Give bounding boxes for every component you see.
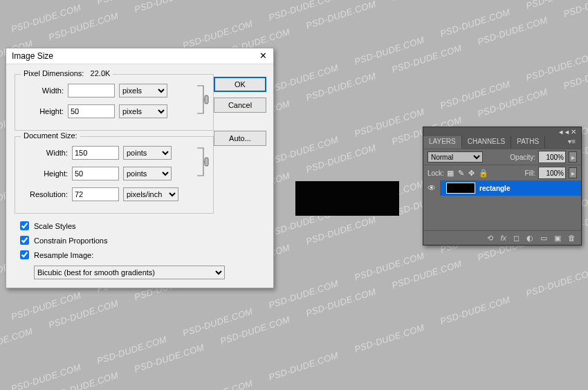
constrain-input[interactable]: [20, 236, 29, 245]
px-width-label: Width:: [21, 86, 68, 95]
layer-main[interactable]: rectangle: [441, 180, 581, 196]
group-icon[interactable]: ▭: [540, 234, 547, 243]
resample-input[interactable]: [20, 250, 29, 259]
layer-name: rectangle: [479, 185, 510, 192]
svg-rect-0: [205, 95, 208, 104]
px-height-input[interactable]: [68, 104, 115, 118]
document-size-legend: Document Size:: [21, 131, 80, 140]
tab-channels[interactable]: CHANNELS: [462, 136, 511, 149]
doc-height-label: Height:: [21, 169, 72, 178]
tab-paths[interactable]: PATHS: [511, 136, 545, 149]
auto-button[interactable]: Auto...: [214, 131, 266, 146]
px-height-label: Height:: [21, 107, 68, 115]
link-icon[interactable]: [196, 145, 209, 178]
image-size-dialog: Image Size ✕ OK Cancel Auto... Pixel Dim…: [6, 48, 274, 288]
canvas-preview: [295, 181, 399, 216]
dialog-title: Image Size: [12, 51, 53, 61]
pixel-dimensions-size: 22.0K: [91, 69, 111, 77]
close-panel-icon[interactable]: ✕: [571, 128, 578, 136]
lock-all-icon[interactable]: 🔒: [479, 169, 488, 178]
link-icon[interactable]: [196, 83, 209, 116]
px-width-unit-select[interactable]: pixels: [119, 84, 167, 98]
layer-thumbnail[interactable]: [446, 183, 475, 194]
pixel-dimensions-group: Pixel Dimensions: 22.0K Width: pixels He…: [15, 74, 214, 131]
pixel-dimensions-legend: Pixel Dimensions:: [24, 69, 84, 77]
doc-height-unit-select[interactable]: points: [123, 167, 172, 180]
layer-row[interactable]: 👁 rectangle: [423, 180, 581, 196]
panel-header[interactable]: ◄◄ ✕: [423, 127, 581, 136]
opacity-input[interactable]: [538, 151, 566, 163]
mask-icon[interactable]: ◻: [513, 234, 520, 243]
new-layer-icon[interactable]: ▣: [554, 234, 561, 243]
adjustment-icon[interactable]: ◐: [526, 234, 533, 243]
trash-icon[interactable]: 🗑: [568, 234, 576, 242]
blend-mode-select[interactable]: Normal: [428, 151, 483, 162]
panel-menu-icon[interactable]: ▾≡: [562, 136, 581, 149]
lock-position-icon[interactable]: ✥: [468, 169, 475, 178]
doc-height-input[interactable]: [72, 167, 119, 180]
dialog-titlebar[interactable]: Image Size ✕: [6, 48, 273, 64]
px-width-input[interactable]: [68, 84, 115, 98]
fill-label: Fill:: [524, 169, 535, 177]
collapse-icon[interactable]: ◄◄: [558, 129, 570, 136]
lock-transparency-icon[interactable]: ▦: [447, 169, 454, 178]
resample-method-select[interactable]: Bicubic (best for smooth gradients): [34, 266, 225, 279]
fill-input[interactable]: [538, 167, 566, 179]
resolution-input[interactable]: [72, 187, 119, 201]
px-height-unit-select[interactable]: pixels: [119, 104, 167, 118]
link-layers-icon[interactable]: ⟲: [487, 234, 493, 243]
opacity-flyout-icon[interactable]: ▸: [569, 151, 577, 162]
document-size-group: Document Size: Width: points Height: poi…: [15, 136, 214, 214]
resolution-label: Resolution:: [21, 190, 72, 198]
doc-width-unit-select[interactable]: points: [123, 146, 172, 160]
fx-icon[interactable]: fx: [500, 234, 506, 242]
layers-list: 👁 rectangle: [423, 180, 581, 230]
tab-layers[interactable]: LAYERS: [423, 136, 462, 149]
scale-styles-checkbox[interactable]: Scale Styles: [17, 219, 268, 232]
constrain-proportions-checkbox[interactable]: Constrain Proportions: [17, 234, 268, 247]
opacity-label: Opacity:: [510, 154, 535, 161]
scale-styles-input[interactable]: [20, 221, 29, 230]
ok-button[interactable]: OK: [214, 77, 266, 92]
lock-label: Lock:: [428, 169, 444, 177]
doc-width-input[interactable]: [72, 146, 119, 160]
layers-panel: ◄◄ ✕ LAYERS CHANNELS PATHS ▾≡ Normal Opa…: [423, 127, 582, 245]
resample-image-checkbox[interactable]: Resample Image:: [17, 248, 268, 261]
lock-pixels-icon[interactable]: ✎: [458, 169, 464, 178]
svg-rect-1: [205, 158, 208, 166]
fill-flyout-icon[interactable]: ▸: [569, 167, 577, 178]
resolution-unit-select[interactable]: pixels/inch: [123, 187, 178, 201]
cancel-button[interactable]: Cancel: [214, 98, 266, 113]
close-icon[interactable]: ✕: [255, 50, 270, 62]
visibility-eye-icon[interactable]: 👁: [423, 180, 441, 196]
doc-width-label: Width:: [21, 149, 72, 157]
